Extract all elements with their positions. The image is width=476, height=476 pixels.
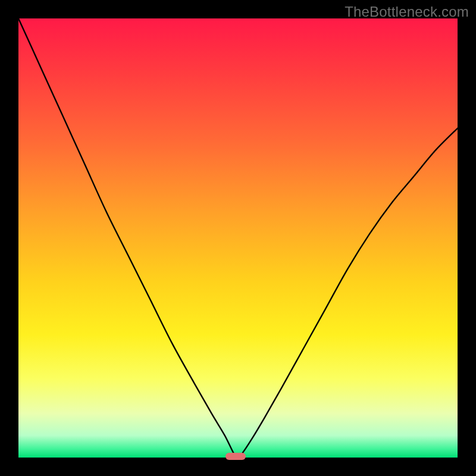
chart-frame: TheBottleneck.com — [0, 0, 476, 476]
chart-curve-svg — [18, 18, 458, 458]
chart-plot-area — [18, 18, 458, 458]
optimal-marker — [226, 453, 246, 460]
watermark-text: TheBottleneck.com — [345, 4, 469, 20]
bottleneck-curve-path — [18, 18, 458, 458]
